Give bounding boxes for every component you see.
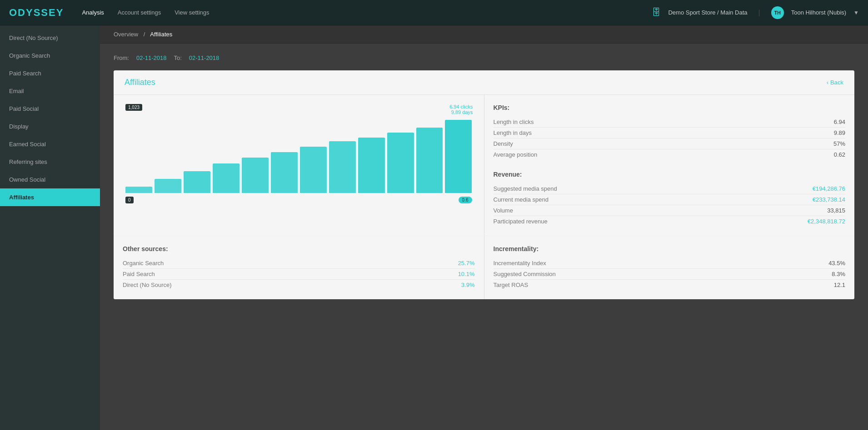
card-grid-top: 6.94 clicks 9.89 days 1,023 [114, 95, 854, 236]
chart-bottom-row: 0 0.6 [121, 197, 477, 203]
chart-x-badge: 0.6 [459, 197, 472, 203]
back-label: Back [830, 79, 843, 86]
from-value[interactable]: 02-11-2018 [136, 54, 167, 61]
to-value[interactable]: 02-11-2018 [189, 54, 219, 61]
revenue-row-0: Suggested media spend €194,286.76 [494, 183, 846, 194]
card-title: Affiliates [125, 78, 155, 87]
breadcrumb: Overview / Affiliates [100, 25, 868, 44]
sidebar-item-earned-social[interactable]: Earned Social [0, 135, 100, 153]
chart-bar-10 [387, 133, 414, 193]
inc-label-2: Target ROAS [494, 282, 529, 288]
main-layout: Direct (No Source) Organic Search Paid S… [0, 25, 868, 430]
sidebar: Direct (No Source) Organic Search Paid S… [0, 25, 100, 430]
kpi-row-0: Length in clicks 6.94 [494, 117, 846, 128]
chart-bar-11 [416, 128, 443, 193]
user-info: Toon Hilhorst (Nubis) [791, 9, 846, 16]
kpi-value-1: 9.89 [834, 129, 845, 136]
date-row: From: 02-11-2018 To: 02-11-2018 [114, 54, 854, 61]
kpi-value-3: 0.62 [834, 151, 845, 158]
kpi-label-0: Length in clicks [494, 119, 534, 125]
chart-bar-4 [213, 163, 239, 193]
kpis-rows: Length in clicks 6.94 Length in days 9.8… [494, 117, 846, 160]
inc-label-1: Suggested Commission [494, 271, 556, 277]
from-label: From: [114, 54, 129, 61]
revenue-value-0: €194,286.76 [813, 185, 845, 192]
sidebar-item-affiliates[interactable]: Affiliates [0, 188, 100, 206]
sidebar-item-paid-social[interactable]: Paid Social [0, 100, 100, 118]
sidebar-item-direct[interactable]: Direct (No Source) [0, 29, 100, 47]
breadcrumb-overview[interactable]: Overview [114, 31, 138, 38]
chart-bar-6 [271, 152, 298, 193]
chart-zero-badge: 0 [125, 197, 134, 203]
chart-container: 6.94 clicks 9.89 days 1,023 [121, 102, 477, 211]
user-dropdown-arrow[interactable]: ▼ [853, 10, 859, 16]
breadcrumb-current: Affiliates [150, 31, 172, 38]
chart-bar-2 [155, 179, 181, 193]
sidebar-item-paid-search[interactable]: Paid Search [0, 64, 100, 82]
separator: | [758, 9, 760, 17]
os-value-1: 10.1% [458, 271, 475, 277]
kpis-title: KPIs: [494, 104, 846, 111]
inc-value-2: 12.1 [834, 282, 845, 288]
kpi-value-0: 6.94 [834, 119, 845, 125]
other-sources-title: Other sources: [123, 245, 475, 252]
os-label-2: Direct (No Source) [123, 282, 172, 288]
os-label-1: Paid Search [123, 271, 155, 277]
os-row-0: Organic Search 25.7% [123, 258, 475, 269]
chart-start-badge: 1,023 [125, 104, 142, 111]
revenue-label-0: Suggested media spend [494, 185, 557, 192]
revenue-row-2: Volume 33,815 [494, 205, 846, 216]
top-navigation: ODYSSEY Analysis Account settings View s… [0, 0, 868, 25]
revenue-value-3: €2,348,818.72 [808, 218, 845, 225]
os-row-2: Direct (No Source) 3.9% [123, 280, 475, 290]
sidebar-item-organic-search[interactable]: Organic Search [0, 47, 100, 64]
kpi-label-3: Average position [494, 151, 538, 158]
kpi-label-2: Density [494, 140, 513, 147]
sidebar-item-referring[interactable]: Referring sites [0, 153, 100, 171]
page-content: From: 02-11-2018 To: 02-11-2018 Affiliat… [100, 44, 868, 310]
os-value-0: 25.7% [458, 260, 475, 267]
sidebar-item-email[interactable]: Email [0, 82, 100, 100]
nav-view-settings[interactable]: View settings [175, 9, 209, 16]
os-row-1: Paid Search 10.1% [123, 269, 475, 280]
incrementality-cell: Incrementality: Incrementality Index 43.… [484, 236, 855, 299]
nav-analysis[interactable]: Analysis [82, 9, 104, 16]
inc-value-0: 43.5% [828, 260, 845, 267]
chart-bar-7 [300, 147, 327, 193]
card-grid-bottom: Other sources: Organic Search 25.7% Paid… [114, 236, 854, 299]
revenue-row-3: Participated revenue €2,348,818.72 [494, 216, 846, 227]
kpi-value-2: 57% [833, 140, 845, 147]
user-avatar: TH [771, 6, 784, 19]
sidebar-item-display[interactable]: Display [0, 118, 100, 135]
os-value-2: 3.9% [461, 282, 475, 288]
inc-row-0: Incrementality Index 43.5% [494, 258, 846, 269]
revenue-title: Revenue: [494, 171, 846, 178]
chart-cell: 6.94 clicks 9.89 days 1,023 [114, 95, 484, 236]
inc-row-2: Target ROAS 12.1 [494, 280, 846, 290]
kpi-row-3: Average position 0.62 [494, 149, 846, 160]
back-chevron-icon: ‹ [827, 79, 828, 86]
sidebar-item-owned-social[interactable]: Owned Social [0, 171, 100, 188]
inc-row-1: Suggested Commission 8.3% [494, 269, 846, 280]
revenue-row-1: Current media spend €233,738.14 [494, 194, 846, 205]
database-icon: 🗄 [652, 7, 661, 18]
chart-bar-12 [445, 120, 472, 193]
nav-account-settings[interactable]: Account settings [118, 9, 161, 16]
kpi-row-2: Density 57% [494, 138, 846, 149]
inc-label-0: Incrementality Index [494, 260, 546, 267]
back-button[interactable]: ‹ Back [827, 79, 843, 86]
to-label: To: [174, 54, 181, 61]
incrementality-title: Incrementality: [494, 245, 846, 252]
kpi-row-1: Length in days 9.89 [494, 128, 846, 138]
nav-right: 🗄 Demo Sport Store / Main Data | TH Toon… [652, 6, 859, 19]
chart-bar-3 [184, 171, 210, 193]
chart-bar-8 [329, 141, 356, 193]
other-sources-cell: Other sources: Organic Search 25.7% Paid… [114, 236, 484, 299]
main-card: Affiliates ‹ Back 6.94 clicks 9.89 days [114, 70, 854, 299]
os-label-0: Organic Search [123, 260, 164, 267]
revenue-section: Revenue: Suggested media spend €194,286.… [494, 171, 846, 227]
main-content: Overview / Affiliates From: 02-11-2018 T… [100, 25, 868, 430]
nav-links: Analysis Account settings View settings [82, 9, 652, 16]
revenue-label-1: Current media spend [494, 196, 549, 203]
account-info: Demo Sport Store / Main Data [668, 9, 747, 16]
